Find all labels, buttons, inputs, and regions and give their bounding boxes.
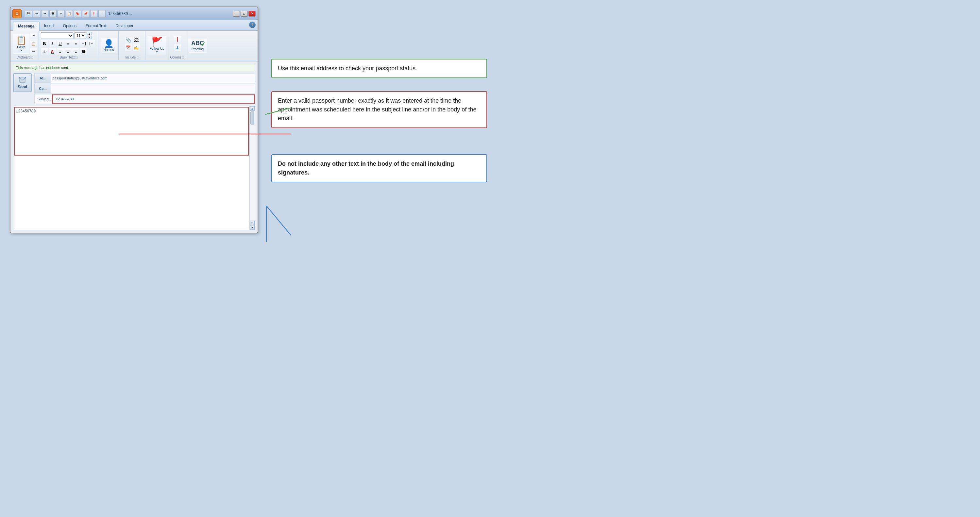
body-text: 123456789 <box>16 109 36 113</box>
low-priority-button[interactable]: ⬇ <box>174 44 181 51</box>
tab-format-text[interactable]: Format Text <box>81 21 111 30</box>
format-painter-button[interactable]: ✏ <box>30 48 37 55</box>
font-size-increase[interactable]: ▲ <box>87 32 92 35</box>
font-color-button[interactable]: A <box>49 48 56 55</box>
bold-button[interactable]: B <box>41 40 48 47</box>
subject-input[interactable] <box>54 94 255 103</box>
send-icon <box>19 76 27 84</box>
cc-button[interactable]: Cc... <box>35 84 51 93</box>
bullets-button[interactable]: ≡ <box>64 40 72 47</box>
close-button[interactable]: ✕ <box>248 11 256 17</box>
quick-redo-btn[interactable]: ↪ <box>41 10 48 17</box>
attach-file-button[interactable]: 📎 <box>125 36 132 43</box>
quick-check-btn[interactable]: ✔ <box>57 10 65 17</box>
help-button[interactable]: ? <box>249 22 256 28</box>
high-priority-button[interactable]: ❗ <box>174 36 181 43</box>
svg-text:O: O <box>16 12 19 16</box>
annotation-green-box: Use this email address to check your pas… <box>271 59 487 78</box>
follow-up-arrow[interactable]: ▼ <box>156 51 158 54</box>
names-button[interactable]: 👤 Names <box>101 38 117 53</box>
underline-button[interactable]: U <box>57 40 64 47</box>
follow-up-button[interactable]: 🚩 Follow Up ▼ <box>148 36 166 55</box>
align-left-button[interactable]: ≡ <box>57 48 64 55</box>
names-group: 👤 Names <box>99 31 119 60</box>
include-expand[interactable]: ⬚ <box>137 56 139 59</box>
cc-input[interactable] <box>51 84 255 93</box>
quick-exclaim-btn[interactable]: ❗ <box>90 10 97 17</box>
email-body[interactable]: 123456789 ▲ ⬚ ▼ <box>13 106 255 230</box>
to-row: To... <box>34 73 255 83</box>
minimize-button[interactable]: — <box>233 11 240 17</box>
spelling-button[interactable]: ABC ✓ Proofing <box>188 38 207 52</box>
scroll-down-arrow[interactable]: ▼ <box>250 225 255 230</box>
proofing-group: ABC ✓ Proofing <box>187 31 208 60</box>
tab-message[interactable]: Message <box>13 22 40 31</box>
window-title: 123456789 ... <box>108 11 132 16</box>
attach-item-button[interactable]: 🖼 <box>133 36 140 43</box>
clipboard-expand[interactable]: ⬚ <box>31 56 34 59</box>
scroll-up-arrow[interactable]: ▲ <box>250 106 255 111</box>
to-button[interactable]: To... <box>35 73 51 83</box>
outlook-window: O 💾 ↩ ↪ ✖ ✔ 📋 🔖 📌 ❗ ❕ 123456789 ... <box>10 6 258 233</box>
include-group: 📎 🖼 📅 ✍ Include ⬚ <box>119 31 145 60</box>
scroll-thumb[interactable] <box>250 111 254 124</box>
quick-save-btn[interactable]: 💾 <box>25 10 32 17</box>
annotation-red-box: Enter a valid passport number exactly as… <box>271 91 487 128</box>
quick-clipboard-btn[interactable]: 📋 <box>66 10 73 17</box>
not-sent-bar: This message has not been sent. <box>13 64 255 71</box>
scroll-track <box>250 111 255 221</box>
font-name-select[interactable] <box>41 32 73 39</box>
quick-pin-btn[interactable]: 📌 <box>82 10 89 17</box>
maximize-button[interactable]: □ <box>240 11 248 17</box>
basic-text-expand[interactable]: ⬚ <box>75 56 78 59</box>
subject-label: Subject: <box>35 96 54 102</box>
fields-area: To... Cc... Subject: <box>34 73 255 105</box>
email-body-wrapper: 123456789 ▲ ⬚ ▼ <box>13 106 255 230</box>
align-right-button[interactable]: ≡ <box>72 48 80 55</box>
highlight-button[interactable]: ab <box>41 48 48 55</box>
ribbon-tabs: Message Insert Options Format Text Devel… <box>10 20 258 31</box>
office-logo: O <box>13 9 22 18</box>
signature-button[interactable]: ✍ <box>133 44 140 51</box>
tab-options[interactable]: Options <box>59 21 81 30</box>
numbering-button[interactable]: ≡ <box>72 40 80 47</box>
subject-row: Subject: <box>34 94 255 104</box>
svg-line-7 <box>266 206 291 235</box>
calendar-button[interactable]: 📅 <box>125 44 132 51</box>
style-button[interactable]: 🅐 <box>80 48 87 55</box>
indent-less-button[interactable]: |← <box>88 40 95 47</box>
annotation-blue-box: Do not include any other text in the bod… <box>271 154 487 182</box>
title-bar: O 💾 ↩ ↪ ✖ ✔ 📋 🔖 📌 ❗ ❕ 123456789 ... <box>10 7 258 20</box>
cc-row: Cc... <box>34 84 255 94</box>
font-size-select[interactable]: 11 <box>74 32 86 39</box>
send-label: Send <box>18 84 27 89</box>
follow-up-group: 🚩 Follow Up ▼ <box>146 31 168 60</box>
cut-button[interactable]: ✂ <box>30 32 37 40</box>
to-input[interactable] <box>51 73 255 83</box>
ribbon-toolbar: 📋 Paste ▼ ✂ 📋 ✏ Clipboard ⬚ <box>10 31 258 61</box>
send-button[interactable]: Send <box>13 73 32 92</box>
basic-text-group: 11 ▲ ▼ B I U ≡ ≡ →| |← <box>40 31 99 60</box>
italic-button[interactable]: I <box>49 40 56 47</box>
quick-bookmark-btn[interactable]: 🔖 <box>74 10 81 17</box>
options-expand[interactable]: ⬚ <box>182 56 185 59</box>
paste-button[interactable]: 📋 Paste ▼ <box>13 33 29 54</box>
copy-button[interactable]: 📋 <box>30 40 37 48</box>
tab-insert[interactable]: Insert <box>40 21 59 30</box>
priority-group: ❗ ⬇ Options ⬚ <box>169 31 186 60</box>
quick-flag-btn[interactable]: ❕ <box>99 10 106 17</box>
quick-undo-btn[interactable]: ↩ <box>33 10 40 17</box>
quick-cut-btn[interactable]: ✖ <box>49 10 57 17</box>
compose-area: This message has not been sent. Send <box>10 61 258 233</box>
header-area: Send To... Cc... Subject: <box>13 73 255 105</box>
clipboard-group: 📋 Paste ▼ ✂ 📋 ✏ Clipboard ⬚ <box>12 31 39 60</box>
align-center-button[interactable]: ≡ <box>64 48 72 55</box>
email-scrollbar[interactable]: ▲ ⬚ ▼ <box>250 106 255 230</box>
annotations-area: Use this email address to check your pas… <box>258 6 970 189</box>
tab-developer[interactable]: Developer <box>111 21 138 30</box>
font-size-decrease[interactable]: ▼ <box>87 36 92 39</box>
indent-more-button[interactable]: →| <box>80 40 87 47</box>
scroll-mid-btn[interactable]: ⬚ <box>250 221 255 225</box>
